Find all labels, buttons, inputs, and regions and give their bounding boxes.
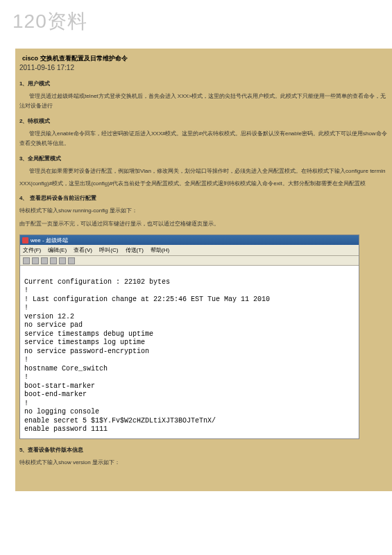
section-4-para1: 特权模式下输入show running-config 显示如下： — [19, 206, 389, 216]
section-5-para: 特权模式下输入show version 显示如下： — [19, 458, 389, 468]
menu-file[interactable]: 文件(F) — [23, 247, 41, 253]
menu-edit[interactable]: 编辑(E) — [48, 247, 67, 253]
document-page: cisco 交换机查看配置及日常维护命令 2011-09-16 17:12 1、… — [15, 49, 392, 491]
terminal-app-icon — [22, 237, 28, 244]
terminal-menubar[interactable]: 文件(F) 编辑(E) 查看(V) 呼叫(C) 传送(T) 帮助(H) — [20, 245, 359, 256]
section-4-head: 4、 查看思科设备当前运行配置 — [19, 194, 389, 202]
terminal-toolbar — [20, 256, 359, 266]
article-title: cisco 交换机查看配置及日常维护命令 — [19, 53, 389, 63]
section-2-para: 管理员输入enable命令回车，经过密码验证后进入XXX#模式。这里的#代表特权… — [19, 129, 389, 149]
section-1-para: 管理员通过超级终端或telnet方式登录交换机后，首先会进入 XXX>模式，这里… — [19, 92, 389, 112]
toolbar-icon[interactable] — [41, 257, 48, 264]
menu-transfer[interactable]: 传送(T) — [126, 247, 144, 253]
section-1-head: 1、用户模式 — [19, 80, 389, 87]
terminal-window-title: wee - 超级终端 — [31, 237, 357, 244]
section-3-head: 3、全局配置模式 — [19, 155, 389, 162]
section-4-para2: 由于配置一页显示不完，可以通过回车键进行显示，也可以通过空格键逐页显示。 — [19, 219, 389, 229]
section-2-head: 2、特权模式 — [19, 117, 389, 125]
section-3-para2: XXX(config)#模式，这里出现(config)#代表当前处于全局配置模式… — [19, 179, 389, 189]
terminal-window: wee - 超级终端 文件(F) 编辑(E) 查看(V) 呼叫(C) 传送(T)… — [19, 234, 359, 439]
article-date: 2011-09-16 17:12 — [19, 63, 389, 74]
terminal-titlebar: wee - 超级终端 — [20, 235, 359, 245]
toolbar-icon[interactable] — [59, 257, 66, 264]
toolbar-icon[interactable] — [68, 257, 75, 264]
toolbar-icon[interactable] — [50, 257, 57, 264]
watermark-text: 120资料 — [12, 8, 87, 35]
toolbar-icon[interactable] — [23, 257, 30, 264]
section-3-para1: 管理员在如果需要对设备进行配置，例如增加Vlan，修改网关，划分端口等操作时，必… — [19, 166, 389, 176]
toolbar-icon[interactable] — [32, 257, 39, 264]
menu-help[interactable]: 帮助(H) — [151, 247, 169, 253]
section-5-head: 5、查看设备软件版本信息 — [19, 446, 389, 454]
menu-call[interactable]: 呼叫(C) — [99, 247, 118, 253]
terminal-output: Current configuration : 22102 bytes ! ! … — [20, 266, 359, 438]
menu-view[interactable]: 查看(V) — [74, 247, 92, 253]
